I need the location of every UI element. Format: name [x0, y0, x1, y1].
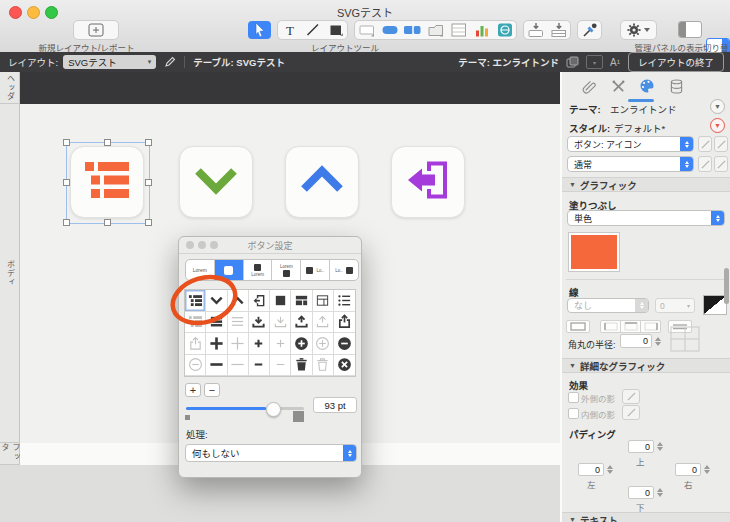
- grid-icon-layout-filled[interactable]: [291, 290, 312, 312]
- selection-handle[interactable]: [63, 179, 70, 186]
- edit-layout-pencil-icon[interactable]: [164, 56, 176, 68]
- padding-bottom-input[interactable]: 0: [628, 486, 654, 499]
- grid-icon-lines-thin[interactable]: [228, 312, 249, 334]
- slider-knob[interactable]: [266, 402, 281, 417]
- border-right-button[interactable]: [640, 320, 661, 333]
- grid-icon-upload-outline[interactable]: [313, 312, 334, 334]
- grid-icon-plus-light[interactable]: [228, 333, 249, 355]
- selection-handle[interactable]: [145, 179, 152, 186]
- grid-icon-square-filled[interactable]: [270, 290, 291, 312]
- layout-header-part[interactable]: [20, 72, 560, 104]
- grid-icon-minus-small-light[interactable]: [270, 355, 291, 377]
- tool-portal-button[interactable]: [447, 21, 470, 39]
- manage-button[interactable]: [620, 20, 657, 40]
- grid-icon-list-light[interactable]: [185, 312, 206, 334]
- part-tab-header[interactable]: ヘッダ: [0, 72, 20, 104]
- grid-icon-minus-circle-outline[interactable]: [185, 355, 206, 377]
- icon-size-value[interactable]: 93 pt: [313, 397, 357, 413]
- add-icon-button[interactable]: +: [185, 383, 201, 397]
- inner-shadow-edit-button[interactable]: [622, 405, 640, 420]
- grid-icon-download-filled[interactable]: [249, 312, 270, 334]
- grid-icon-upload-filled[interactable]: [291, 312, 312, 334]
- grid-icon-minus-circle-filled[interactable]: [334, 333, 355, 355]
- tab-data[interactable]: [665, 77, 687, 95]
- padding-bottom-stepper[interactable]: [656, 486, 664, 499]
- selection-handle[interactable]: [63, 139, 70, 146]
- segment-icon-only[interactable]: [215, 260, 244, 280]
- line-width-combo[interactable]: 0▾: [655, 298, 695, 313]
- grid-icon-plus-small-bold[interactable]: [249, 333, 270, 355]
- grid-icon-trash-outline[interactable]: [313, 355, 334, 377]
- segment-icon-label-below[interactable]: Lorem: [244, 260, 273, 280]
- segment-label-left-icon[interactable]: Lo..: [330, 260, 358, 280]
- exit-layout-button[interactable]: レイアウトの終了: [628, 52, 724, 72]
- tool-web-viewer-button[interactable]: [493, 21, 516, 39]
- tool-chart-button[interactable]: [470, 21, 493, 39]
- icon-size-slider[interactable]: [186, 407, 304, 410]
- selection-handle[interactable]: [145, 219, 152, 226]
- grid-icon-layout-outline[interactable]: [313, 290, 334, 312]
- dialog-zoom-button[interactable]: [210, 241, 218, 249]
- copy-style-icon[interactable]: [566, 56, 580, 69]
- state-dropdown[interactable]: 通常: [567, 156, 694, 172]
- layout-dropdown[interactable]: SVGテスト ▾: [63, 55, 156, 69]
- tab-position[interactable]: [578, 77, 600, 95]
- tool-button-bar-button[interactable]: [401, 21, 424, 39]
- grid-icon-trash-filled[interactable]: [291, 355, 312, 377]
- grid-icon-download-outline[interactable]: [270, 312, 291, 334]
- grid-icon-x-circle-filled[interactable]: [334, 355, 355, 377]
- part-tab-footer[interactable]: フッタ: [0, 443, 20, 465]
- dialog-minimize-button[interactable]: [198, 241, 206, 249]
- grid-icon-share-filled[interactable]: [334, 312, 355, 334]
- section-graphic[interactable]: ▼グラフィック: [562, 177, 730, 192]
- segment-label-only[interactable]: Lorem: [186, 260, 215, 280]
- grid-icon-plus-small-light[interactable]: [270, 333, 291, 355]
- padding-left-input[interactable]: 0: [578, 463, 604, 476]
- tool-field-button[interactable]: [355, 21, 378, 39]
- tool-button-button[interactable]: [378, 21, 401, 39]
- fill-color-well[interactable]: [568, 232, 620, 272]
- outer-shadow-checkbox[interactable]: [568, 392, 579, 403]
- inspector-scrollbar[interactable]: [724, 268, 729, 304]
- line-style-dropdown[interactable]: なし: [567, 298, 649, 313]
- tool-part-tool-button[interactable]: [547, 21, 570, 39]
- part-tab-body[interactable]: ボディ: [0, 104, 20, 443]
- tool-rectangle-button[interactable]: [324, 21, 347, 39]
- selection-handle[interactable]: [104, 219, 111, 226]
- border-left-button[interactable]: [600, 320, 621, 333]
- padding-right-input[interactable]: 0: [675, 463, 701, 476]
- outer-shadow-edit-button[interactable]: [622, 389, 640, 404]
- segment-icon-label-right[interactable]: Lo..: [301, 260, 330, 280]
- tab-appearance[interactable]: [636, 77, 658, 95]
- grid-icon-chevron-down[interactable]: [206, 290, 227, 312]
- selection-handle[interactable]: [63, 219, 70, 226]
- swatch-dropdown[interactable]: ▾: [586, 55, 603, 69]
- padding-top-input[interactable]: 0: [628, 440, 654, 453]
- grid-icon-minus-small-bold[interactable]: [249, 355, 270, 377]
- action-dropdown[interactable]: 何もしない: [185, 444, 357, 462]
- chevron-up-canvas-button[interactable]: [285, 146, 359, 218]
- style-revert-button[interactable]: [698, 136, 712, 152]
- section-text[interactable]: ▼テキスト: [562, 512, 730, 522]
- tool-field-tool-button[interactable]: [524, 21, 547, 39]
- grid-icon-minus-bold[interactable]: [206, 355, 227, 377]
- padding-left-stepper[interactable]: [606, 463, 614, 476]
- state-save-button[interactable]: [714, 156, 728, 172]
- grid-icon-chevron-up[interactable]: [228, 290, 249, 312]
- grid-icon-minus-light[interactable]: [228, 355, 249, 377]
- selection-handle[interactable]: [104, 139, 111, 146]
- remove-icon-button[interactable]: −: [204, 383, 220, 397]
- object-part-dropdown[interactable]: ボタン: アイコン: [567, 136, 694, 152]
- corner-selector[interactable]: [670, 326, 700, 352]
- left-panel-toggle-button[interactable]: [678, 21, 702, 38]
- padding-top-stepper[interactable]: [656, 440, 664, 453]
- chevron-down-canvas-button[interactable]: [179, 146, 253, 218]
- dialog-close-button[interactable]: [186, 241, 194, 249]
- grid-icon-lines-bold[interactable]: [206, 312, 227, 334]
- grid-icon-exit[interactable]: [249, 290, 270, 312]
- exit-canvas-button[interactable]: [391, 146, 465, 218]
- border-all-button[interactable]: [566, 320, 590, 333]
- border-top-bottom-button[interactable]: [620, 320, 641, 333]
- grid-icon-list[interactable]: [185, 290, 206, 312]
- inner-shadow-checkbox[interactable]: [568, 408, 579, 419]
